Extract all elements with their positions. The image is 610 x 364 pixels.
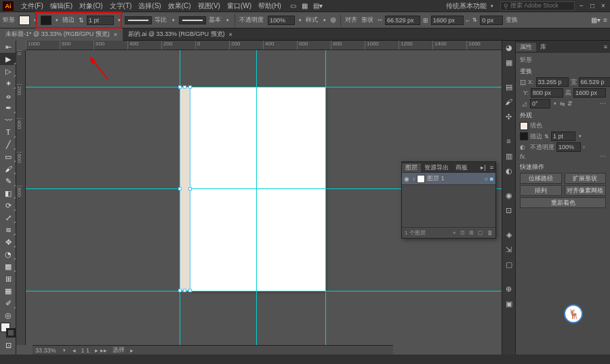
shape-builder-tool[interactable]: ◔: [0, 248, 16, 260]
align-pixel-button[interactable]: 对齐像素网格: [565, 185, 607, 196]
new-sublayer-icon[interactable]: ⊞: [469, 230, 474, 236]
tab-properties[interactable]: 属性: [516, 43, 536, 52]
type-tool[interactable]: T: [0, 126, 16, 138]
stroke-dropdown[interactable]: ▾: [54, 18, 60, 23]
arrange-button[interactable]: 排列: [520, 185, 562, 196]
menu-view[interactable]: 视图(V): [195, 1, 224, 11]
collapse-icon[interactable]: ⇤: [0, 41, 16, 53]
actions-icon[interactable]: ▣: [504, 300, 514, 310]
guide-v[interactable]: [256, 50, 257, 345]
guide-h[interactable]: [26, 87, 502, 87]
brush-def[interactable]: [179, 16, 206, 24]
visibility-icon[interactable]: ◉: [404, 176, 411, 182]
menu-type[interactable]: 文字(T): [106, 1, 136, 11]
width-tool[interactable]: ≋: [0, 224, 16, 236]
bridge-icon[interactable]: ▭: [290, 2, 296, 9]
w-input[interactable]: [579, 77, 610, 87]
offset-path-button[interactable]: 位移路径: [520, 173, 562, 184]
artboards-icon[interactable]: ▢: [504, 260, 514, 271]
fx-icon[interactable]: ⊛: [330, 16, 336, 24]
more-options-icon[interactable]: ⋯: [600, 100, 606, 107]
tab-artboards[interactable]: 画板: [452, 163, 471, 172]
new-layer-icon[interactable]: ▢: [478, 230, 483, 236]
screen-mode-icon[interactable]: ⊡: [0, 339, 16, 351]
arrange2-icon[interactable]: ▤▾: [313, 2, 323, 9]
menu-select[interactable]: 选择(S): [135, 1, 164, 11]
direct-selection-tool[interactable]: ▷: [0, 65, 16, 77]
color-guide-icon[interactable]: ▦: [504, 58, 514, 69]
rotate-tool[interactable]: ⟳: [0, 199, 16, 211]
color-icon[interactable]: ◕: [504, 43, 514, 54]
symbols-icon[interactable]: ✣: [504, 113, 514, 123]
gradient-panel-icon[interactable]: ▥: [504, 152, 514, 163]
layers-panel[interactable]: 图层 资源导出 画板 ▸| ≡ ◉ › 图层 1 ○ ■ 1 个图层 ⌖ ⊡ ⊞…: [401, 161, 496, 239]
selection-tool[interactable]: ▶: [0, 53, 16, 65]
ruler-vertical[interactable]: 0200400600800: [16, 50, 26, 345]
shape-width-input[interactable]: [385, 16, 420, 25]
rectangle-tool[interactable]: ▭: [0, 150, 16, 163]
panel-toggle-icon[interactable]: ▦▾: [591, 16, 601, 24]
shaper-tool[interactable]: ✎: [0, 175, 16, 187]
guide-v[interactable]: [325, 50, 326, 345]
opacity-input[interactable]: [268, 16, 295, 25]
close-icon[interactable]: ×: [599, 2, 607, 10]
lasso-tool[interactable]: ⴰ: [0, 89, 16, 102]
workspace-dropdown[interactable]: 传统基本功能▾: [443, 1, 497, 11]
fill-stroke-swatches[interactable]: [1, 323, 16, 338]
panel-menu-icon[interactable]: ≡: [601, 43, 610, 50]
stroke-swatch[interactable]: [41, 16, 52, 25]
perspective-tool[interactable]: ▩: [0, 260, 16, 272]
arrange-icon[interactable]: ▦: [302, 2, 308, 9]
asset-export-icon[interactable]: ⇲: [504, 245, 514, 256]
panel-menu-icon[interactable]: ≡: [488, 164, 495, 171]
clip-icon[interactable]: ⊡: [460, 230, 465, 236]
recolor-button[interactable]: 重新着色: [520, 197, 606, 208]
fill-swatch[interactable]: [19, 16, 30, 25]
blend-tool[interactable]: ◎: [0, 309, 16, 321]
expand-shape-button[interactable]: 扩展形状: [565, 173, 607, 184]
menu-effect[interactable]: 效果(C): [165, 1, 195, 11]
menu-file[interactable]: 文件(F): [18, 1, 47, 11]
more-options-icon[interactable]: ⋯: [600, 153, 606, 160]
layers-icon[interactable]: ◈: [504, 230, 514, 241]
gradient-tool[interactable]: ▦: [0, 285, 16, 297]
prop-stroke-input[interactable]: [551, 132, 575, 141]
stroke-weight-input[interactable]: [87, 16, 114, 25]
menu-edit[interactable]: 编辑(E): [47, 1, 76, 11]
ruler-horizontal[interactable]: 1000800600400200020040060080010001200140…: [26, 41, 502, 50]
mesh-tool[interactable]: ⊞: [0, 272, 16, 285]
line-tool[interactable]: ╱: [0, 138, 16, 150]
selected-rectangle-object[interactable]: [180, 87, 190, 291]
swatches-icon[interactable]: ▤: [504, 83, 514, 94]
brushes-icon[interactable]: 🖌: [504, 98, 514, 108]
graphic-styles-icon[interactable]: ⊡: [504, 206, 514, 217]
magic-wand-tool[interactable]: ✶: [0, 77, 16, 89]
transform-label[interactable]: 变换: [506, 16, 518, 24]
scale-tool[interactable]: ⤢: [0, 211, 16, 224]
h-input[interactable]: [573, 88, 606, 98]
prop-opacity-input[interactable]: [556, 142, 581, 152]
tab-asset-export[interactable]: 资源导出: [421, 163, 452, 172]
links-icon[interactable]: ⊕: [504, 285, 514, 296]
eraser-tool[interactable]: ◧: [0, 187, 16, 199]
free-transform-tool[interactable]: ✥: [0, 236, 16, 248]
corner-input[interactable]: [480, 16, 503, 25]
angle-input[interactable]: [530, 99, 550, 108]
minimize-icon[interactable]: −: [577, 2, 586, 10]
fx-button[interactable]: fx.: [520, 153, 527, 160]
doc-tab-active[interactable]: 未标题-1* @ 33.33% (RGB/GPU 预览)×: [0, 28, 123, 41]
flip-h-icon[interactable]: ⇋: [560, 100, 565, 107]
stroke-profile[interactable]: [125, 16, 152, 24]
pen-tool[interactable]: ✒: [0, 102, 16, 114]
layer-thumbnail[interactable]: [417, 175, 425, 183]
maximize-icon[interactable]: □: [588, 2, 596, 10]
curvature-tool[interactable]: 〰: [0, 114, 16, 126]
tab-layers[interactable]: 图层: [402, 163, 421, 172]
menu-window[interactable]: 窗口(W): [224, 1, 255, 11]
guide-h[interactable]: [26, 291, 502, 291]
layer-name[interactable]: 图层 1: [427, 174, 445, 183]
x-input[interactable]: [536, 77, 569, 87]
menu-help[interactable]: 帮助(H): [255, 1, 285, 11]
fill-dropdown[interactable]: ▾: [33, 18, 38, 23]
tab-close-icon[interactable]: ×: [229, 31, 232, 38]
